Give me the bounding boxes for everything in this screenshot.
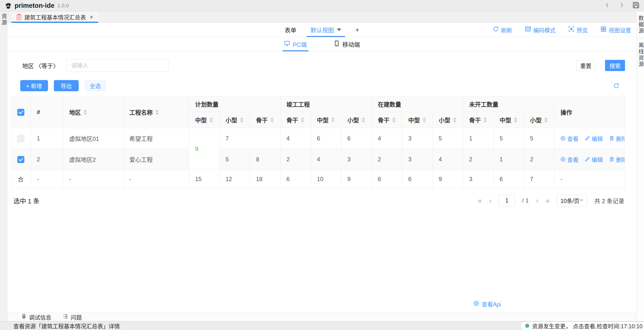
tab-default-view[interactable]: 默认视图 <box>310 23 341 37</box>
merged-cell: 9 <box>189 128 220 170</box>
chevron-down-icon <box>580 199 583 202</box>
column-header[interactable]: 中型 <box>402 112 433 128</box>
debug-icon <box>21 314 27 321</box>
table-refresh-icon[interactable] <box>613 83 620 89</box>
edit-action[interactable]: 编辑 <box>585 155 603 164</box>
eye-icon <box>474 301 479 308</box>
column-header[interactable]: 骨干 <box>280 112 311 128</box>
sort-icon[interactable] <box>84 109 87 115</box>
tab-pc[interactable]: PC端 <box>284 37 307 51</box>
status-message: 查看资源「建筑工程基本情况汇总表」详情 <box>14 322 120 330</box>
editor-tab-strip: 建筑工程基本情况汇总表 × <box>8 11 636 23</box>
column-header-region[interactable]: 地区 <box>63 96 124 128</box>
table-row: 2 虚拟地区2 爱心工程 5 8 2 4 3 2 3 4 2 1 2 <box>12 149 625 170</box>
filter-field-label: 地区 〈等于〉 <box>22 61 59 70</box>
prev-page-button[interactable]: ‹ <box>489 197 492 204</box>
view-tabs-bar: 表单 默认视图 + 刷新 编码模式 预览 <box>8 23 636 37</box>
export-button[interactable]: 导出 <box>54 80 79 91</box>
first-page-button[interactable]: « <box>478 197 482 204</box>
sort-icon[interactable] <box>240 117 243 123</box>
table-actions-bar: + 新增 导出 全选 <box>20 80 620 91</box>
column-header[interactable]: 中型 <box>189 112 220 128</box>
column-header[interactable]: 小型 <box>220 112 250 128</box>
group-header-in-progress: 在建数量 <box>372 96 463 112</box>
add-button[interactable]: + 新增 <box>20 80 48 91</box>
filter-section: 地区 〈等于〉 重置 搜索 <box>8 51 636 77</box>
rail-item-datasource[interactable]: 数据源 <box>637 15 644 34</box>
column-header[interactable]: 小型 <box>342 112 372 128</box>
select-all-checkbox[interactable] <box>17 109 24 116</box>
status-bar: 查看资源「建筑工程基本情况汇总表」详情 资源发生变更， 点击查看,检查时间:17… <box>0 321 644 330</box>
sort-icon[interactable] <box>422 117 426 123</box>
group-header-completed: 竣工工程 <box>280 96 372 112</box>
view-action[interactable]: 查看 <box>560 155 578 164</box>
editor-tab[interactable]: 建筑工程基本情况汇总表 × <box>12 11 98 23</box>
search-button[interactable]: 搜索 <box>605 60 625 71</box>
monitor-icon <box>284 40 290 48</box>
sort-icon[interactable] <box>362 117 365 123</box>
group-header-planned: 计划数量 <box>189 96 280 112</box>
preview-button[interactable]: 预览 <box>568 26 588 34</box>
tab-form[interactable]: 表单 <box>285 23 296 37</box>
close-icon[interactable]: × <box>90 14 93 21</box>
sort-icon[interactable] <box>392 117 396 123</box>
edit-action[interactable]: 编辑 <box>585 134 603 143</box>
column-header-project[interactable]: 工程名称 <box>124 96 189 128</box>
region-filter-input[interactable] <box>66 59 168 72</box>
sort-icon[interactable] <box>270 117 274 123</box>
code-mode-button[interactable]: 编码模式 <box>525 26 556 34</box>
left-rail: 资源 <box>0 11 7 321</box>
app-logo-icon <box>4 2 12 9</box>
tab-mobile[interactable]: 移动端 <box>334 37 360 51</box>
status-dot-icon <box>525 324 529 328</box>
column-header[interactable]: 骨干 <box>463 112 494 128</box>
editor-tab-title: 建筑工程基本情况汇总表 <box>24 13 86 21</box>
view-settings-button[interactable]: 视图设置 <box>600 26 631 34</box>
column-header[interactable]: 骨干 <box>250 112 280 128</box>
column-header[interactable]: 中型 <box>311 112 342 128</box>
sort-icon[interactable] <box>514 117 517 123</box>
rail-item-offline-resources[interactable]: 离线资源 <box>637 42 644 68</box>
column-header[interactable]: 骨干 <box>372 112 402 128</box>
column-header[interactable]: 小型 <box>433 112 463 128</box>
row-checkbox[interactable] <box>17 156 24 163</box>
column-header[interactable]: 中型 <box>494 112 524 128</box>
debug-info-tab[interactable]: 调试信息 <box>21 313 52 321</box>
last-page-button[interactable]: » <box>546 197 550 204</box>
delete-action[interactable]: 删除 <box>609 134 625 143</box>
list-icon <box>62 314 68 321</box>
row-checkbox[interactable] <box>17 135 24 142</box>
view-action[interactable]: 查看 <box>560 134 578 143</box>
sort-icon[interactable] <box>544 117 548 123</box>
reset-button[interactable]: 重置 <box>576 60 595 71</box>
sort-icon[interactable] <box>156 109 159 115</box>
page-count: / 1 <box>522 197 529 204</box>
page-number-input[interactable] <box>499 195 515 206</box>
grid-layout-icon <box>600 26 606 33</box>
select-all-button[interactable]: 全选 <box>85 80 106 91</box>
history-back-icon[interactable] <box>604 2 611 9</box>
rail-item-resources[interactable]: 资源 <box>0 13 7 26</box>
save-icon[interactable] <box>632 1 640 10</box>
sort-icon[interactable] <box>210 117 213 123</box>
history-forward-icon[interactable] <box>618 2 625 9</box>
column-header[interactable]: 小型 <box>524 112 554 128</box>
data-table: # 地区 工程名称 计划数量 竣工工程 在建数量 未开工数量 操作 中型 小型 … <box>12 96 625 188</box>
sort-icon[interactable] <box>453 117 456 123</box>
main-content: 建筑工程基本情况汇总表 × 表单 默认视图 + 刷新 编码模式 <box>8 11 636 321</box>
delete-action[interactable]: 删除 <box>609 155 625 164</box>
sort-icon[interactable] <box>484 117 487 123</box>
column-header-index: # <box>31 96 63 128</box>
problems-tab[interactable]: 问题 <box>62 313 82 321</box>
refresh-button[interactable]: 刷新 <box>493 26 512 34</box>
summary-row: 合 - - - 15 12 18 6 10 9 6 6 9 3 <box>12 170 625 188</box>
view-api-link[interactable]: 查看Api <box>474 300 501 308</box>
title-bar: primeton-ide 1.0.0 <box>0 0 644 11</box>
next-page-button[interactable]: › <box>536 197 538 204</box>
add-view-button[interactable]: + <box>355 26 359 34</box>
resource-change-notice[interactable]: 资源发生变更， 点击查看,检查时间:17:10:10 <box>520 322 644 330</box>
right-rail: 数据源 离线资源 <box>637 11 644 321</box>
page-size-select[interactable]: 10条/页 <box>557 195 587 206</box>
sort-icon[interactable] <box>301 117 304 123</box>
sort-icon[interactable] <box>331 117 335 123</box>
